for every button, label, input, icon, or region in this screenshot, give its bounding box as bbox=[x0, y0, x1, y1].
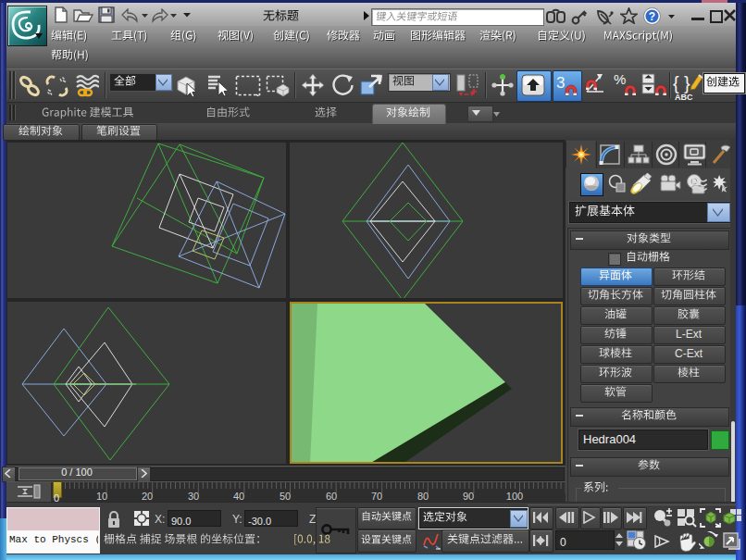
svg-text:3: 3 bbox=[556, 74, 565, 92]
svg-text:}: } bbox=[684, 73, 690, 93]
svg-text:{: { bbox=[673, 73, 679, 93]
svg-text:ABC: ABC bbox=[675, 93, 693, 101]
svg-text:?: ? bbox=[649, 10, 655, 23]
svg-text:%: % bbox=[614, 71, 626, 87]
